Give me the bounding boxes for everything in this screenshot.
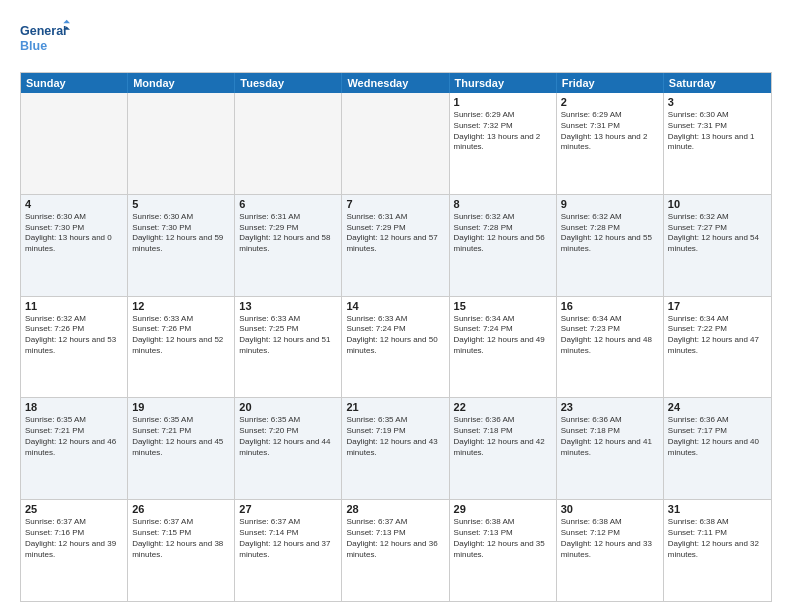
calendar-cell: 17 Sunrise: 6:34 AMSunset: 7:22 PMDaylig… bbox=[664, 297, 771, 398]
cell-info: Sunrise: 6:34 AMSunset: 7:24 PMDaylight:… bbox=[454, 314, 552, 357]
header-day-monday: Monday bbox=[128, 73, 235, 93]
day-number: 17 bbox=[668, 300, 767, 312]
cell-info: Sunrise: 6:37 AMSunset: 7:13 PMDaylight:… bbox=[346, 517, 444, 560]
calendar-cell: 27 Sunrise: 6:37 AMSunset: 7:14 PMDaylig… bbox=[235, 500, 342, 601]
cell-info: Sunrise: 6:36 AMSunset: 7:18 PMDaylight:… bbox=[561, 415, 659, 458]
day-number: 9 bbox=[561, 198, 659, 210]
day-number: 27 bbox=[239, 503, 337, 515]
calendar-cell: 29 Sunrise: 6:38 AMSunset: 7:13 PMDaylig… bbox=[450, 500, 557, 601]
calendar-cell: 11 Sunrise: 6:32 AMSunset: 7:26 PMDaylig… bbox=[21, 297, 128, 398]
calendar-cell bbox=[128, 93, 235, 194]
calendar-cell bbox=[21, 93, 128, 194]
day-number: 12 bbox=[132, 300, 230, 312]
day-number: 8 bbox=[454, 198, 552, 210]
cell-info: Sunrise: 6:35 AMSunset: 7:21 PMDaylight:… bbox=[25, 415, 123, 458]
cell-info: Sunrise: 6:31 AMSunset: 7:29 PMDaylight:… bbox=[239, 212, 337, 255]
calendar-cell: 7 Sunrise: 6:31 AMSunset: 7:29 PMDayligh… bbox=[342, 195, 449, 296]
day-number: 25 bbox=[25, 503, 123, 515]
cell-info: Sunrise: 6:35 AMSunset: 7:21 PMDaylight:… bbox=[132, 415, 230, 458]
cell-info: Sunrise: 6:34 AMSunset: 7:23 PMDaylight:… bbox=[561, 314, 659, 357]
header-day-sunday: Sunday bbox=[21, 73, 128, 93]
day-number: 30 bbox=[561, 503, 659, 515]
calendar: SundayMondayTuesdayWednesdayThursdayFrid… bbox=[20, 72, 772, 602]
calendar-cell: 23 Sunrise: 6:36 AMSunset: 7:18 PMDaylig… bbox=[557, 398, 664, 499]
day-number: 11 bbox=[25, 300, 123, 312]
day-number: 22 bbox=[454, 401, 552, 413]
day-number: 24 bbox=[668, 401, 767, 413]
cell-info: Sunrise: 6:29 AMSunset: 7:31 PMDaylight:… bbox=[561, 110, 659, 153]
day-number: 20 bbox=[239, 401, 337, 413]
calendar-body: 1 Sunrise: 6:29 AMSunset: 7:32 PMDayligh… bbox=[21, 93, 771, 601]
logo: General Blue bbox=[20, 16, 70, 62]
calendar-cell: 26 Sunrise: 6:37 AMSunset: 7:15 PMDaylig… bbox=[128, 500, 235, 601]
day-number: 4 bbox=[25, 198, 123, 210]
calendar-cell bbox=[235, 93, 342, 194]
header-day-friday: Friday bbox=[557, 73, 664, 93]
cell-info: Sunrise: 6:33 AMSunset: 7:24 PMDaylight:… bbox=[346, 314, 444, 357]
day-number: 15 bbox=[454, 300, 552, 312]
cell-info: Sunrise: 6:36 AMSunset: 7:18 PMDaylight:… bbox=[454, 415, 552, 458]
calendar-cell: 5 Sunrise: 6:30 AMSunset: 7:30 PMDayligh… bbox=[128, 195, 235, 296]
day-number: 18 bbox=[25, 401, 123, 413]
cell-info: Sunrise: 6:37 AMSunset: 7:14 PMDaylight:… bbox=[239, 517, 337, 560]
cell-info: Sunrise: 6:33 AMSunset: 7:25 PMDaylight:… bbox=[239, 314, 337, 357]
cell-info: Sunrise: 6:32 AMSunset: 7:28 PMDaylight:… bbox=[561, 212, 659, 255]
cell-info: Sunrise: 6:36 AMSunset: 7:17 PMDaylight:… bbox=[668, 415, 767, 458]
cell-info: Sunrise: 6:35 AMSunset: 7:19 PMDaylight:… bbox=[346, 415, 444, 458]
day-number: 13 bbox=[239, 300, 337, 312]
svg-text:General: General bbox=[20, 24, 67, 38]
calendar-cell: 10 Sunrise: 6:32 AMSunset: 7:27 PMDaylig… bbox=[664, 195, 771, 296]
day-number: 10 bbox=[668, 198, 767, 210]
cell-info: Sunrise: 6:38 AMSunset: 7:11 PMDaylight:… bbox=[668, 517, 767, 560]
header-day-saturday: Saturday bbox=[664, 73, 771, 93]
svg-marker-2 bbox=[63, 20, 70, 23]
day-number: 28 bbox=[346, 503, 444, 515]
calendar-cell: 9 Sunrise: 6:32 AMSunset: 7:28 PMDayligh… bbox=[557, 195, 664, 296]
cell-info: Sunrise: 6:32 AMSunset: 7:27 PMDaylight:… bbox=[668, 212, 767, 255]
calendar-cell: 1 Sunrise: 6:29 AMSunset: 7:32 PMDayligh… bbox=[450, 93, 557, 194]
calendar-header: SundayMondayTuesdayWednesdayThursdayFrid… bbox=[21, 73, 771, 93]
calendar-cell: 21 Sunrise: 6:35 AMSunset: 7:19 PMDaylig… bbox=[342, 398, 449, 499]
cell-info: Sunrise: 6:34 AMSunset: 7:22 PMDaylight:… bbox=[668, 314, 767, 357]
calendar-row-0: 1 Sunrise: 6:29 AMSunset: 7:32 PMDayligh… bbox=[21, 93, 771, 195]
day-number: 6 bbox=[239, 198, 337, 210]
cell-info: Sunrise: 6:38 AMSunset: 7:12 PMDaylight:… bbox=[561, 517, 659, 560]
header-day-thursday: Thursday bbox=[450, 73, 557, 93]
calendar-cell: 22 Sunrise: 6:36 AMSunset: 7:18 PMDaylig… bbox=[450, 398, 557, 499]
day-number: 19 bbox=[132, 401, 230, 413]
calendar-cell: 8 Sunrise: 6:32 AMSunset: 7:28 PMDayligh… bbox=[450, 195, 557, 296]
cell-info: Sunrise: 6:29 AMSunset: 7:32 PMDaylight:… bbox=[454, 110, 552, 153]
day-number: 2 bbox=[561, 96, 659, 108]
cell-info: Sunrise: 6:32 AMSunset: 7:28 PMDaylight:… bbox=[454, 212, 552, 255]
day-number: 21 bbox=[346, 401, 444, 413]
calendar-cell: 13 Sunrise: 6:33 AMSunset: 7:25 PMDaylig… bbox=[235, 297, 342, 398]
day-number: 14 bbox=[346, 300, 444, 312]
page: General Blue SundayMondayTuesdayWednesda… bbox=[0, 0, 792, 612]
day-number: 1 bbox=[454, 96, 552, 108]
calendar-cell: 28 Sunrise: 6:37 AMSunset: 7:13 PMDaylig… bbox=[342, 500, 449, 601]
cell-info: Sunrise: 6:37 AMSunset: 7:16 PMDaylight:… bbox=[25, 517, 123, 560]
header-day-wednesday: Wednesday bbox=[342, 73, 449, 93]
header: General Blue bbox=[20, 16, 772, 62]
calendar-cell: 16 Sunrise: 6:34 AMSunset: 7:23 PMDaylig… bbox=[557, 297, 664, 398]
calendar-row-2: 11 Sunrise: 6:32 AMSunset: 7:26 PMDaylig… bbox=[21, 297, 771, 399]
calendar-cell: 31 Sunrise: 6:38 AMSunset: 7:11 PMDaylig… bbox=[664, 500, 771, 601]
header-day-tuesday: Tuesday bbox=[235, 73, 342, 93]
cell-info: Sunrise: 6:37 AMSunset: 7:15 PMDaylight:… bbox=[132, 517, 230, 560]
logo-svg: General Blue bbox=[20, 16, 70, 62]
calendar-cell bbox=[342, 93, 449, 194]
calendar-cell: 2 Sunrise: 6:29 AMSunset: 7:31 PMDayligh… bbox=[557, 93, 664, 194]
day-number: 5 bbox=[132, 198, 230, 210]
cell-info: Sunrise: 6:35 AMSunset: 7:20 PMDaylight:… bbox=[239, 415, 337, 458]
cell-info: Sunrise: 6:30 AMSunset: 7:30 PMDaylight:… bbox=[25, 212, 123, 255]
calendar-cell: 19 Sunrise: 6:35 AMSunset: 7:21 PMDaylig… bbox=[128, 398, 235, 499]
calendar-row-3: 18 Sunrise: 6:35 AMSunset: 7:21 PMDaylig… bbox=[21, 398, 771, 500]
cell-info: Sunrise: 6:33 AMSunset: 7:26 PMDaylight:… bbox=[132, 314, 230, 357]
cell-info: Sunrise: 6:30 AMSunset: 7:31 PMDaylight:… bbox=[668, 110, 767, 153]
day-number: 26 bbox=[132, 503, 230, 515]
calendar-cell: 20 Sunrise: 6:35 AMSunset: 7:20 PMDaylig… bbox=[235, 398, 342, 499]
day-number: 16 bbox=[561, 300, 659, 312]
cell-info: Sunrise: 6:31 AMSunset: 7:29 PMDaylight:… bbox=[346, 212, 444, 255]
calendar-cell: 4 Sunrise: 6:30 AMSunset: 7:30 PMDayligh… bbox=[21, 195, 128, 296]
day-number: 31 bbox=[668, 503, 767, 515]
